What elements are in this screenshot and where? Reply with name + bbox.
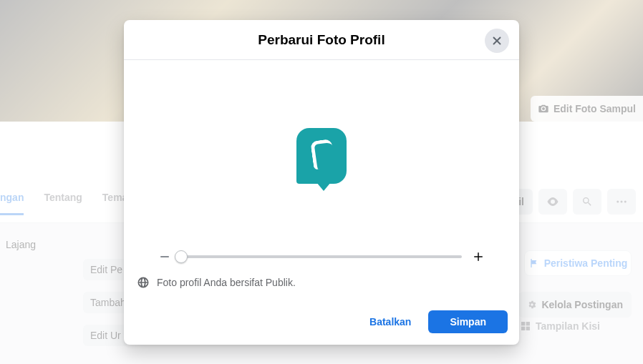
modal-footer: Batalkan Simpan	[124, 302, 519, 345]
privacy-notice: Foto profil Anda bersifat Publik.	[124, 269, 519, 302]
minus-icon[interactable]	[158, 250, 171, 263]
plus-icon[interactable]	[472, 250, 485, 263]
profile-photo-preview	[296, 128, 347, 184]
cancel-button[interactable]: Batalkan	[359, 310, 421, 333]
zoom-slider-thumb[interactable]	[175, 250, 188, 263]
save-button[interactable]: Simpan	[428, 310, 508, 333]
modal-header: Perbarui Foto Profil	[124, 20, 519, 60]
globe-icon	[137, 276, 150, 289]
photo-crop-area[interactable]	[137, 70, 506, 242]
zoom-slider-row	[137, 242, 506, 269]
modal-body	[124, 60, 519, 269]
zoom-slider[interactable]	[181, 255, 462, 258]
update-profile-photo-modal: Perbarui Foto Profil F	[124, 20, 519, 345]
privacy-text: Foto profil Anda bersifat Publik.	[157, 277, 296, 288]
close-button[interactable]	[485, 29, 509, 53]
close-icon	[490, 34, 503, 47]
modal-title: Perbarui Foto Profil	[258, 32, 385, 48]
